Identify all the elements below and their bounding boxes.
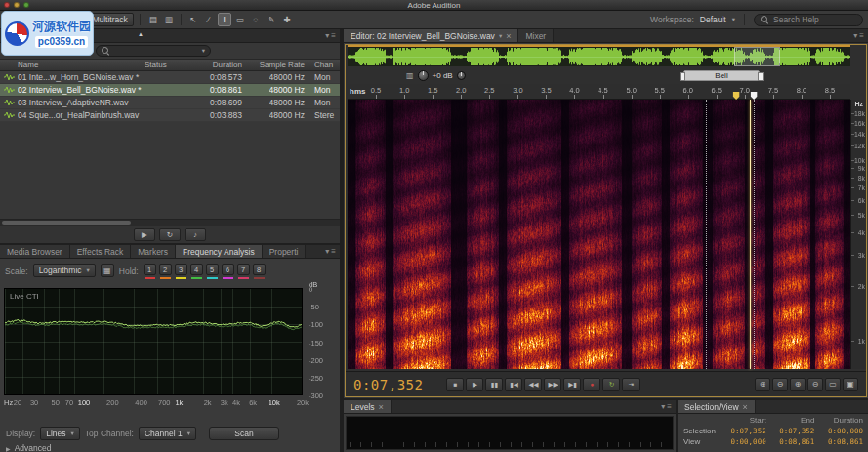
selection-view-table: StartEndDurationSelection0:07,3520:07,35… (678, 415, 868, 447)
scale-dropdown[interactable]: Logarithmic ▾ (33, 264, 96, 277)
chevron-down-icon[interactable]: ▾ (499, 32, 502, 40)
tab-media-browser[interactable]: Media Browser (0, 245, 70, 258)
tab-levels[interactable]: Levels × (344, 400, 392, 413)
loop-playback-button[interactable]: ↻ (602, 378, 620, 391)
tab-selection-view[interactable]: Selection/View × (678, 400, 756, 413)
table-row[interactable]: 02 Interview_Bell_BGNoise.wav *0:08.8614… (0, 84, 340, 97)
autoplay-button[interactable]: ♪ (185, 228, 206, 241)
selection-edge-left[interactable] (706, 100, 707, 369)
display-dropdown[interactable]: Lines ▾ (40, 427, 80, 440)
tab-frequency-analysis[interactable]: Frequency Analysis (176, 245, 263, 258)
marker-bell[interactable]: Bell (683, 70, 760, 81)
hold-button-1[interactable]: 1 (144, 264, 156, 275)
scan-button[interactable]: Scan (209, 427, 279, 440)
hold-button-7[interactable]: 7 (237, 264, 250, 275)
play-button[interactable]: ▶ (466, 378, 483, 391)
column-header-status[interactable]: Status (145, 61, 187, 69)
zoom-to-selection-button[interactable]: ▭ (825, 378, 841, 391)
zoom-out-time-button[interactable]: ⊖ (807, 378, 823, 391)
meter-icon[interactable]: ▥ (406, 71, 414, 80)
help-search-input[interactable] (773, 15, 856, 24)
spectrogram[interactable] (348, 100, 850, 369)
grid-toggle-icon[interactable]: ▦ (101, 264, 114, 277)
play-button[interactable]: ▶ (134, 228, 155, 241)
ruler-tick-line (830, 95, 831, 99)
spectral-frequency-display-icon[interactable]: ▤ (146, 13, 160, 26)
watermark-site-name: 河源软件园 (32, 19, 91, 35)
files-search-input[interactable] (113, 47, 199, 56)
gain-knob[interactable] (457, 71, 466, 80)
hold-button-3[interactable]: 3 (175, 264, 187, 275)
file-channels: Mon (305, 72, 340, 82)
close-icon[interactable]: × (743, 402, 748, 412)
help-search-field[interactable] (754, 14, 863, 26)
fast-forward-button[interactable]: ▶▶ (544, 378, 561, 391)
sv-column-end: End (771, 416, 820, 425)
selection-edge-right[interactable] (754, 100, 755, 369)
hz-scale: Hz 203050701002004007001k2k3k4k6k10k20k (4, 398, 336, 408)
workspace-dropdown[interactable]: Default (700, 15, 726, 24)
advanced-disclosure[interactable]: ▶ Advanced (6, 443, 51, 452)
volume-knob[interactable] (418, 70, 429, 81)
column-header-name[interactable]: Name (0, 61, 145, 69)
panel-menu-icon[interactable]: ▾ ≡ (325, 31, 340, 42)
frequency-tick-line (851, 286, 854, 287)
frequency-analysis-graph[interactable]: Live CTI (4, 288, 303, 395)
table-row[interactable]: 04 Sque...or_HealPainbrush.wav0:03.88348… (0, 109, 340, 122)
column-header-sample-rate[interactable]: Sample Rate (242, 61, 305, 69)
skip-to-previous-button[interactable]: ▮◀ (505, 378, 522, 391)
hold-button-group: 1 (144, 264, 156, 279)
playhead[interactable] (750, 100, 751, 369)
lasso-selection-tool-icon[interactable]: ◌ (249, 13, 263, 26)
timeline-ruler[interactable]: hms 0.51.01.52.02.53.03.54.04.55.05.56.0… (348, 84, 850, 100)
razor-tool-icon[interactable]: ∕ (202, 13, 216, 26)
spot-healing-brush-icon[interactable]: ✚ (280, 13, 294, 26)
record-button[interactable]: ● (583, 378, 600, 391)
tab-mixer[interactable]: Mixer (518, 29, 554, 42)
loop-playback-button[interactable]: ↻ (159, 228, 181, 241)
panel-menu-icon[interactable]: ▾≡ (325, 247, 340, 258)
hold-button-6[interactable]: 6 (222, 264, 234, 275)
files-search-field[interactable]: ▾ (96, 45, 211, 57)
chevron-down-icon[interactable]: ▾ (202, 47, 205, 55)
top-channel-dropdown[interactable]: Channel 1 ▾ (139, 427, 196, 440)
marquee-selection-tool-icon[interactable]: ▭ (233, 13, 247, 26)
spectral-pitch-display-icon[interactable]: ▥ (162, 13, 176, 26)
watermark-logo (5, 21, 29, 46)
table-row[interactable]: 03 Interview_AdaptiveNR.wav0:08.69948000… (0, 97, 340, 109)
tab-markers[interactable]: Markers (131, 245, 176, 258)
table-row[interactable]: 01 Inte...w_Horn_BGNoise.wav *0:08.57348… (0, 71, 340, 84)
hold-button-2[interactable]: 2 (159, 264, 172, 275)
zoom-in-time-button[interactable]: ⊕ (790, 378, 806, 391)
paintbrush-tool-icon[interactable]: ✎ (265, 13, 278, 26)
move-tool-icon[interactable]: ↖ (186, 13, 200, 26)
hold-buttons: 12345678 (144, 264, 266, 279)
scrollbar-thumb[interactable] (2, 221, 131, 225)
overview-selection-band[interactable] (734, 47, 780, 66)
skip-selection-button[interactable]: ⇥ (622, 378, 640, 391)
stop-button[interactable]: ■ (446, 378, 464, 391)
zoom-full-button[interactable]: ▣ (843, 378, 858, 391)
tab-properti[interactable]: Properti (263, 245, 307, 258)
hold-button-5[interactable]: 5 (206, 264, 219, 275)
panel-menu-icon[interactable]: ▾ ≡ (661, 402, 676, 413)
skip-to-next-button[interactable]: ▶▮ (563, 378, 581, 391)
hold-button-4[interactable]: 4 (190, 264, 203, 275)
column-header-duration[interactable]: Duration (187, 61, 242, 69)
hold-button-8[interactable]: 8 (253, 264, 266, 275)
column-header-chan[interactable]: Chan (305, 61, 340, 69)
files-horizontal-scrollbar[interactable] (0, 219, 340, 226)
time-selection-tool-icon[interactable]: I (218, 13, 231, 26)
rewind-button[interactable]: ◀◀ (524, 378, 542, 391)
tab-editor[interactable]: Editor: 02 Interview_Bell_BGNoise.wav ▾ … (344, 29, 518, 42)
tab-effects-rack[interactable]: Effects Rack (70, 245, 132, 258)
file-list: 01 Inte...w_Horn_BGNoise.wav *0:08.57348… (0, 71, 340, 122)
pause-button[interactable]: ▮▮ (485, 378, 503, 391)
close-icon[interactable]: × (379, 402, 384, 412)
hz-tick-label: 1k (175, 398, 183, 407)
chevron-down-icon[interactable]: ▾ (732, 16, 735, 23)
close-icon[interactable]: × (506, 31, 511, 41)
panel-menu-icon[interactable]: ▾ ≡ (853, 31, 868, 42)
zoom-in-button[interactable]: ⊕ (755, 378, 770, 391)
zoom-out-button[interactable]: ⊖ (772, 378, 788, 391)
